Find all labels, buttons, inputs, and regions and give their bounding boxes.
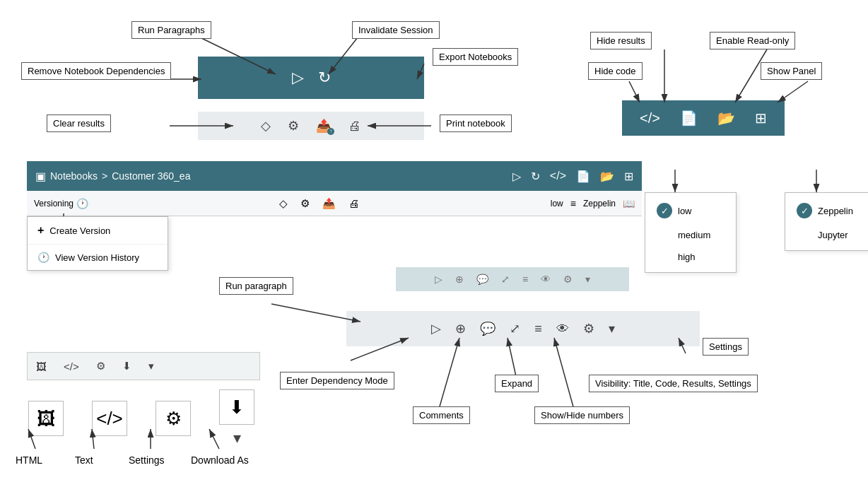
- nb-folder-icon[interactable]: 📂: [600, 170, 614, 183]
- download-chevron-icon[interactable]: ▾: [233, 429, 241, 447]
- print-notebook-label: Print notebook: [440, 115, 512, 132]
- para-inner-toolbar: ▷ ⊕ 💬 ⤢ ≡ 👁 ⚙ ▾: [346, 311, 700, 346]
- eraser-icon[interactable]: ◇: [261, 118, 271, 134]
- ver-book-icon[interactable]: 📖: [623, 198, 635, 209]
- priority-low-item[interactable]: ✓ low: [645, 197, 736, 224]
- ver-eraser-icon[interactable]: ◇: [279, 197, 288, 210]
- text-icon[interactable]: </>: [92, 401, 127, 436]
- priority-low-check: ✓: [657, 203, 672, 218]
- export-settings-icon[interactable]: ⚙: [96, 360, 105, 372]
- po-settings-icon[interactable]: ⚙: [563, 274, 573, 285]
- pi-eye-icon[interactable]: 👁: [556, 322, 569, 336]
- svg-line-18: [440, 338, 459, 406]
- notebook-bar: ▣ Notebooks > Customer 360_ea ▷ ↻ </> 📄 …: [27, 161, 642, 191]
- version-dropdown: + Create Version 🕐 View Version History: [27, 216, 168, 271]
- text-label: Text: [75, 454, 93, 466]
- invalidate-session-label: Invalidate Session: [352, 21, 440, 39]
- nb-doc-icon[interactable]: 📄: [576, 170, 590, 183]
- run-paragraph-label: Run paragraph: [219, 277, 293, 295]
- pi-dep-icon[interactable]: ⊕: [455, 321, 466, 336]
- nb-code-icon[interactable]: </>: [550, 170, 566, 182]
- breadcrumb-notebooks[interactable]: Notebooks: [50, 170, 98, 182]
- bottom-icons-row: 🖼 </> ⚙ ⬇ ▾: [14, 397, 269, 440]
- po-dep-icon[interactable]: ⊕: [455, 274, 464, 285]
- folder-icon[interactable]: 📂: [717, 110, 735, 127]
- comments-label: Comments: [413, 406, 470, 424]
- svg-line-20: [554, 338, 576, 417]
- interpreter-jupyter-item[interactable]: Jupyter: [785, 224, 868, 246]
- settings-icon[interactable]: ⚙: [156, 401, 191, 436]
- settings-export-label: Settings: [129, 454, 165, 466]
- show-hide-numbers-label: Show/Hide numbers: [534, 406, 630, 424]
- po-chevron-icon[interactable]: ▾: [585, 274, 590, 285]
- view-history-item[interactable]: 🕐 View Version History: [28, 245, 168, 270]
- history-icon: 🕐: [37, 252, 49, 263]
- html-icon[interactable]: 🖼: [28, 401, 64, 436]
- right-panel-bar: </> 📄 📂 ⊞: [622, 100, 785, 136]
- pi-comment-icon[interactable]: 💬: [480, 321, 495, 336]
- html-label: HTML: [16, 454, 42, 466]
- versioning-label: Versioning: [34, 199, 74, 209]
- ver-priority-icon[interactable]: ≡: [570, 198, 576, 209]
- code-icon[interactable]: </>: [640, 110, 660, 127]
- export-notebooks-label: Export Notebooks: [433, 48, 518, 66]
- download-as-label: Download As: [191, 454, 249, 466]
- breadcrumb-name[interactable]: Customer 360_ea: [112, 170, 190, 182]
- export-code-icon[interactable]: </>: [64, 360, 79, 372]
- run-paragraphs-label: Run Paragraphs: [131, 21, 211, 39]
- po-eye-icon[interactable]: 👁: [541, 274, 551, 285]
- po-expand-icon[interactable]: ⤢: [501, 274, 510, 285]
- ver-export-icon[interactable]: 📤: [322, 197, 336, 210]
- versioning-bar: Versioning 🕐 ◇ ⚙ 📤 🖨 low ≡ Zeppelin 📖: [27, 191, 642, 216]
- settings2-icon[interactable]: ⚙: [288, 118, 299, 134]
- pi-settings-icon[interactable]: ⚙: [583, 321, 594, 336]
- notebook-icon: ▣: [35, 170, 46, 183]
- secondary-toolbar: ◇ ⚙ 📤↑ 🖨: [198, 112, 424, 140]
- breadcrumb-separator: >: [102, 170, 107, 182]
- print-icon[interactable]: 🖨: [348, 119, 361, 134]
- interpreter-zeppelin-check: ✓: [797, 203, 812, 218]
- pi-chevron-icon[interactable]: ▾: [609, 321, 615, 336]
- visibility-label: Visibility: Title, Code, Results, Settin…: [589, 375, 758, 392]
- remove-notebook-deps-label: Remove Notebook Dependencies: [21, 62, 171, 80]
- interpreter-zeppelin-item[interactable]: ✓ Zeppelin: [785, 197, 868, 224]
- download-icon[interactable]: ⬇: [219, 389, 254, 425]
- export-download-icon[interactable]: ⬇: [122, 360, 131, 372]
- download-export-item[interactable]: ⬇ ▾: [219, 389, 254, 447]
- run-paragraphs-icon[interactable]: ▷: [292, 69, 304, 87]
- nb-panel-icon[interactable]: ⊞: [624, 170, 633, 183]
- priority-high-item[interactable]: high: [645, 246, 736, 268]
- export-chevron-icon[interactable]: ▾: [148, 360, 154, 372]
- priority-dropdown: ✓ low medium high: [645, 192, 737, 273]
- pi-run-icon[interactable]: ▷: [431, 321, 441, 336]
- priority-medium-item[interactable]: medium: [645, 224, 736, 246]
- po-nums-icon[interactable]: ≡: [522, 274, 528, 285]
- panel-icon[interactable]: ⊞: [755, 110, 767, 127]
- html-export-item[interactable]: 🖼: [28, 401, 64, 436]
- ver-priority-label[interactable]: low: [551, 199, 563, 209]
- pi-expand-icon[interactable]: ⤢: [510, 321, 520, 336]
- text-export-item[interactable]: </>: [92, 401, 127, 436]
- ver-print-icon[interactable]: 🖨: [348, 197, 359, 209]
- export-icon[interactable]: 📤↑: [316, 118, 332, 134]
- export-img-icon[interactable]: 🖼: [36, 360, 47, 372]
- nb-refresh-icon[interactable]: ↻: [531, 170, 540, 183]
- nb-play-icon[interactable]: ▷: [512, 170, 521, 183]
- create-version-item[interactable]: + Create Version: [28, 217, 168, 245]
- main-toolbar: ▷ ↻: [198, 57, 424, 99]
- po-run-icon[interactable]: ▷: [435, 274, 442, 285]
- po-comment-icon[interactable]: 💬: [476, 274, 488, 285]
- refresh-icon[interactable]: ↻: [318, 69, 331, 87]
- pi-nums-icon[interactable]: ≡: [534, 322, 542, 336]
- plus-icon: +: [37, 224, 44, 237]
- settings-export-item[interactable]: ⚙: [156, 401, 191, 436]
- ver-settings-icon[interactable]: ⚙: [300, 197, 310, 210]
- interpreter-dropdown: ✓ Zeppelin Jupyter: [785, 192, 868, 251]
- enable-readonly-label: Enable Read-only: [710, 32, 795, 49]
- document-icon[interactable]: 📄: [680, 110, 698, 127]
- para-outer-toolbar: ▷ ⊕ 💬 ⤢ ≡ 👁 ⚙ ▾: [396, 267, 629, 291]
- ver-interpreter-label[interactable]: Zeppelin: [583, 199, 616, 209]
- hide-code-label: Hide code: [588, 62, 643, 80]
- enter-dependency-mode-label: Enter Dependency Mode: [280, 372, 394, 389]
- clock-icon[interactable]: 🕐: [76, 198, 88, 209]
